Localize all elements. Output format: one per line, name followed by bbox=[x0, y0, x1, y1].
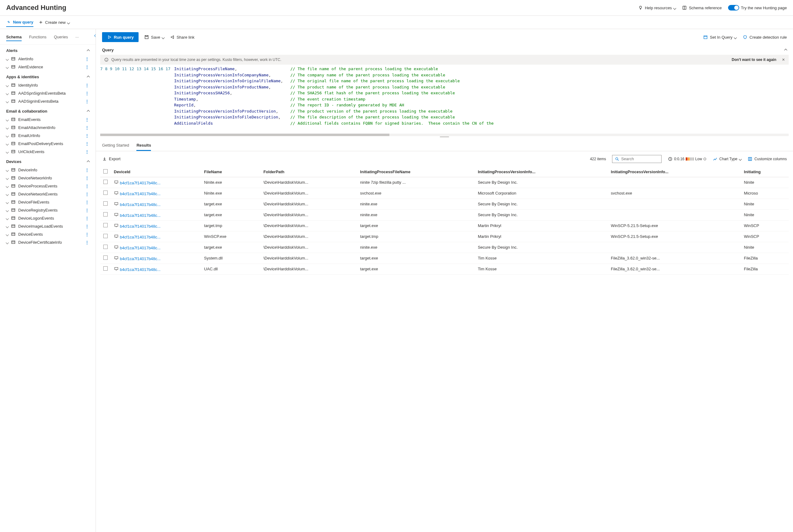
row-checkbox[interactable] bbox=[103, 212, 108, 216]
schema-table-item[interactable]: DeviceNetworkEvents⋮ bbox=[0, 190, 96, 198]
dismiss-banner-link[interactable]: Don't want to see it again bbox=[732, 58, 776, 62]
close-banner-button[interactable]: ✕ bbox=[782, 58, 785, 62]
schema-table-item[interactable]: DeviceNetworkInfo⋮ bbox=[0, 174, 96, 182]
item-more-button[interactable]: ⋮ bbox=[85, 133, 90, 138]
create-detection-rule-button[interactable]: Create detection rule bbox=[742, 35, 787, 40]
schema-table-item[interactable]: DeviceProcessEvents⋮ bbox=[0, 182, 96, 190]
schema-table-item[interactable]: IdentityInfo⋮ bbox=[0, 81, 96, 89]
set-in-query-menu[interactable]: Set In Query bbox=[703, 35, 736, 40]
row-checkbox[interactable] bbox=[103, 191, 108, 195]
sidebar-tab-schema[interactable]: Schema bbox=[6, 33, 22, 41]
row-checkbox[interactable] bbox=[103, 234, 108, 238]
table-icon bbox=[11, 133, 16, 138]
column-header[interactable]: DeviceId bbox=[111, 167, 201, 177]
schema-table-item[interactable]: DeviceImageLoadEvents⋮ bbox=[0, 222, 96, 230]
schema-table-item[interactable]: EmailPostDeliveryEvents⋮ bbox=[0, 139, 96, 148]
table-row[interactable]: b4cf1ca7f14017b48c... Ninite.exe \Device… bbox=[100, 177, 789, 188]
schema-reference-link[interactable]: Schema reference bbox=[682, 5, 721, 10]
item-more-button[interactable]: ⋮ bbox=[85, 99, 90, 103]
item-more-button[interactable]: ⋮ bbox=[85, 117, 90, 122]
table-row[interactable]: b4cf1ca7f14017b48c... System.dll \Device… bbox=[100, 253, 789, 264]
schema-section-header[interactable]: Alerts bbox=[0, 44, 96, 55]
schema-table-item[interactable]: EmailEvents⋮ bbox=[0, 115, 96, 124]
schema-table-item[interactable]: EmailUrlInfo⋮ bbox=[0, 131, 96, 139]
column-header[interactable]: InitiatingProcessVersionInfo... bbox=[475, 167, 608, 177]
item-more-button[interactable]: ⋮ bbox=[85, 141, 90, 146]
item-more-button[interactable]: ⋮ bbox=[85, 176, 90, 180]
help-resources-menu[interactable]: Help resources bbox=[638, 5, 676, 10]
customize-columns-button[interactable]: Customize columns bbox=[748, 156, 787, 162]
row-checkbox[interactable] bbox=[103, 245, 108, 249]
item-more-button[interactable]: ⋮ bbox=[85, 240, 90, 245]
column-header[interactable]: InitiatingProcessVersionInfo... bbox=[608, 167, 741, 177]
sidebar-tab-queries[interactable]: Queries bbox=[54, 33, 68, 41]
table-row[interactable]: b4cf1ca7f14017b48c... UAC.dll \Device\Ha… bbox=[100, 264, 789, 274]
table-icon bbox=[11, 99, 16, 103]
schema-table-item[interactable]: AADSpnSignInEventsBeta⋮ bbox=[0, 89, 96, 97]
table-row[interactable]: b4cf1ca7f14017b48c... target.exe \Device… bbox=[100, 209, 789, 220]
table-row[interactable]: b4cf1ca7f14017b48c... target.exe \Device… bbox=[100, 198, 789, 209]
tab-getting-started[interactable]: Getting Started bbox=[102, 140, 129, 151]
schema-section-header[interactable]: Devices bbox=[0, 156, 96, 166]
item-more-button[interactable]: ⋮ bbox=[85, 91, 90, 96]
run-query-button[interactable]: Run query bbox=[102, 32, 139, 42]
editor-horizontal-scrollbar[interactable] bbox=[100, 134, 789, 136]
export-button[interactable]: Export bbox=[102, 156, 121, 162]
schema-table-item[interactable]: UrlClickEvents⋮ bbox=[0, 148, 96, 156]
item-more-button[interactable]: ⋮ bbox=[85, 125, 90, 130]
row-checkbox[interactable] bbox=[103, 180, 108, 184]
create-new-menu[interactable]: Create new bbox=[38, 18, 70, 26]
results-search-input[interactable] bbox=[612, 155, 661, 163]
schema-table-item[interactable]: AADSignInEventsBeta⋮ bbox=[0, 97, 96, 105]
schema-table-item[interactable]: DeviceLogonEvents⋮ bbox=[0, 214, 96, 222]
sidebar-tab-more[interactable]: ··· bbox=[75, 33, 79, 41]
item-more-button[interactable]: ⋮ bbox=[85, 168, 90, 172]
tab-new-query[interactable]: New query bbox=[6, 18, 33, 27]
item-more-button[interactable]: ⋮ bbox=[85, 192, 90, 196]
query-section-header[interactable]: Query bbox=[96, 45, 793, 55]
query-editor[interactable]: 7 8 9 10 11 12 13 14 15 16 17 Initiating… bbox=[96, 65, 793, 132]
table-row[interactable]: b4cf1ca7f14017b48c... target.exe \Device… bbox=[100, 242, 789, 253]
schema-table-item[interactable]: DeviceRegistryEvents⋮ bbox=[0, 206, 96, 214]
table-row[interactable]: b4cf1ca7f14017b48c... Ninite.exe \Device… bbox=[100, 188, 789, 198]
item-more-button[interactable]: ⋮ bbox=[85, 149, 90, 154]
item-more-button[interactable]: ⋮ bbox=[85, 83, 90, 88]
schema-table-item[interactable]: DeviceEvents⋮ bbox=[0, 230, 96, 238]
query-action-bar: Run query Save Share link Set In Query bbox=[96, 29, 793, 45]
item-more-button[interactable]: ⋮ bbox=[85, 216, 90, 221]
save-menu[interactable]: Save bbox=[144, 35, 164, 40]
item-more-button[interactable]: ⋮ bbox=[85, 232, 90, 236]
schema-table-item[interactable]: AlertEvidence⋮ bbox=[0, 63, 96, 71]
schema-section-header[interactable]: Email & collaboration bbox=[0, 105, 96, 115]
share-link-button[interactable]: Share link bbox=[170, 35, 195, 40]
collapse-sidebar-button[interactable] bbox=[92, 32, 96, 39]
sidebar-tab-functions[interactable]: Functions bbox=[29, 33, 46, 41]
row-checkbox[interactable] bbox=[103, 201, 108, 206]
schema-table-item[interactable]: DeviceFileCertificateInfo⋮ bbox=[0, 238, 96, 246]
table-row[interactable]: b4cf1ca7f14017b48c... target.tmp \Device… bbox=[100, 220, 789, 231]
item-more-button[interactable]: ⋮ bbox=[85, 57, 90, 61]
table-row[interactable]: b4cf1ca7f14017b48c... WinSCP.exe \Device… bbox=[100, 231, 789, 242]
row-checkbox[interactable] bbox=[103, 255, 108, 260]
schema-section-header[interactable]: Apps & identities bbox=[0, 71, 96, 81]
column-header[interactable]: Initiating bbox=[741, 167, 789, 177]
select-all-checkbox[interactable] bbox=[103, 169, 108, 173]
item-more-button[interactable]: ⋮ bbox=[85, 224, 90, 229]
schema-table-item[interactable]: EmailAttachmentInfo⋮ bbox=[0, 124, 96, 131]
item-more-button[interactable]: ⋮ bbox=[85, 184, 90, 188]
row-checkbox[interactable] bbox=[103, 223, 108, 227]
item-more-button[interactable]: ⋮ bbox=[85, 65, 90, 69]
hunting-page-toggle[interactable]: Try the new Hunting page bbox=[728, 5, 787, 11]
item-more-button[interactable]: ⋮ bbox=[85, 208, 90, 212]
tab-results[interactable]: Results bbox=[136, 140, 151, 151]
schema-table-item[interactable]: DeviceInfo⋮ bbox=[0, 166, 96, 174]
item-more-button[interactable]: ⋮ bbox=[85, 200, 90, 205]
column-header[interactable]: InitiatingProcessFileName bbox=[357, 167, 475, 177]
column-header[interactable]: FolderPath bbox=[260, 167, 357, 177]
row-checkbox[interactable] bbox=[103, 266, 108, 271]
column-header[interactable]: FileName bbox=[201, 167, 260, 177]
chart-type-menu[interactable]: Chart Type bbox=[713, 156, 741, 162]
schema-table-item[interactable]: DeviceFileEvents⋮ bbox=[0, 198, 96, 206]
schema-table-item[interactable]: AlertInfo⋮ bbox=[0, 55, 96, 63]
table-icon bbox=[11, 167, 16, 172]
